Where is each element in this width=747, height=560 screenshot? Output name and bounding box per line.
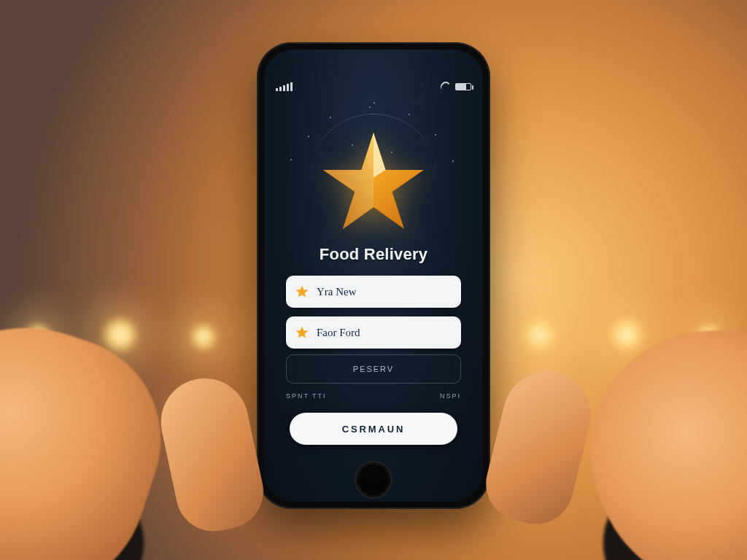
option-label: Yra New (317, 286, 357, 298)
star-icon (295, 284, 309, 299)
svg-marker-4 (296, 327, 309, 338)
option-label: Faor Ford (317, 327, 360, 339)
option-row[interactable]: Faor Ford (286, 316, 461, 349)
phone-screen: Food Relivery Yra New Faor Ford PESERV (264, 50, 483, 502)
star-icon (295, 325, 309, 340)
svg-marker-2 (374, 133, 386, 178)
option-row[interactable]: Yra New (286, 276, 461, 308)
home-button[interactable] (355, 461, 392, 499)
app-title: Food Relivery (264, 245, 483, 264)
primary-button-label: CSRMAUN (342, 424, 405, 435)
caption-row: SPNT TTI NSPI (286, 392, 461, 400)
battery-icon (455, 83, 471, 90)
svg-marker-3 (296, 286, 309, 298)
status-bar (276, 80, 471, 93)
signal-icon (276, 82, 293, 91)
caption-left: SPNT TTI (286, 392, 327, 400)
scene-photo: Food Relivery Yra New Faor Ford PESERV (0, 0, 747, 560)
wifi-icon (441, 82, 451, 92)
star-hero-icon (319, 128, 428, 238)
option-list: Yra New Faor Ford (286, 276, 461, 349)
caption-right: NSPI (440, 392, 461, 400)
secondary-button[interactable]: PESERV (286, 354, 461, 384)
phone-device: Food Relivery Yra New Faor Ford PESERV (257, 42, 490, 509)
primary-button[interactable]: CSRMAUN (290, 413, 457, 445)
svg-marker-1 (323, 133, 374, 229)
secondary-button-label: PESERV (353, 365, 394, 373)
